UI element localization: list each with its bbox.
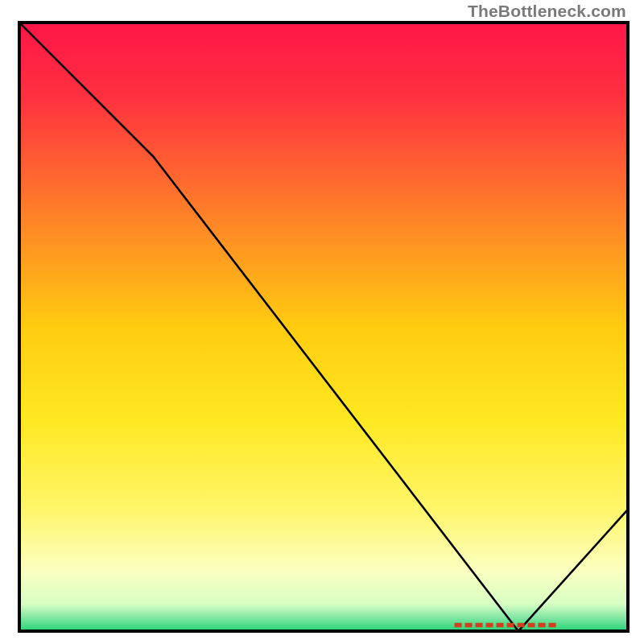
bottleneck-chart [0, 0, 644, 644]
chart-stage: TheBottleneck.com [0, 0, 644, 644]
